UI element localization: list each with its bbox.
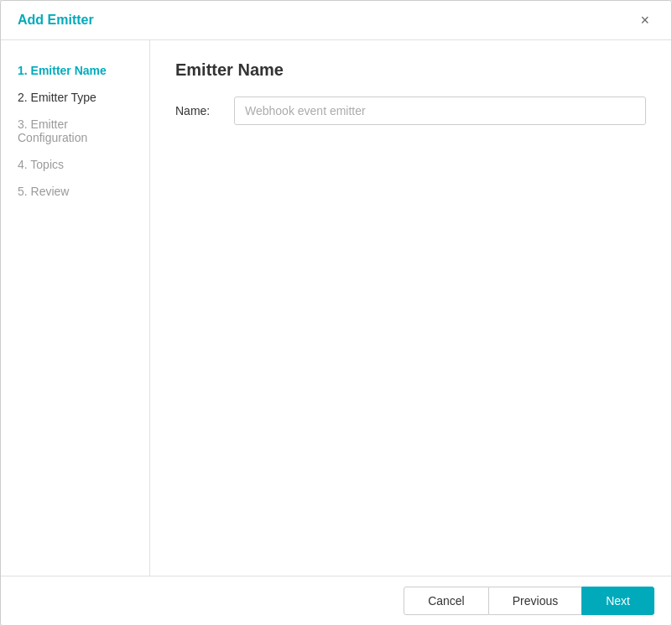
- name-input[interactable]: [234, 97, 646, 125]
- dialog-footer: Cancel Previous Next: [1, 576, 671, 625]
- next-button[interactable]: Next: [581, 587, 654, 615]
- name-label: Name:: [175, 104, 217, 117]
- close-button[interactable]: ×: [635, 11, 654, 29]
- sidebar-item-emitter-configuration: 3. Emitter Configuration: [1, 111, 149, 151]
- form-row: Name:: [175, 97, 646, 125]
- main-content: Emitter Name Name:: [150, 40, 671, 576]
- cancel-button[interactable]: Cancel: [404, 587, 489, 615]
- section-title: Emitter Name: [175, 60, 646, 80]
- dialog-body: 1. Emitter Name 2. Emitter Type 3. Emitt…: [1, 40, 671, 576]
- sidebar-item-review: 5. Review: [1, 178, 149, 205]
- sidebar-item-emitter-name[interactable]: 1. Emitter Name: [1, 57, 149, 84]
- sidebar-item-emitter-type[interactable]: 2. Emitter Type: [1, 84, 149, 111]
- dialog-header: Add Emitter ×: [1, 1, 671, 40]
- sidebar: 1. Emitter Name 2. Emitter Type 3. Emitt…: [1, 40, 150, 576]
- dialog-title: Add Emitter: [18, 13, 94, 28]
- previous-button[interactable]: Previous: [489, 587, 581, 615]
- add-emitter-dialog: Add Emitter × 1. Emitter Name 2. Emitter…: [0, 0, 672, 626]
- sidebar-item-topics: 4. Topics: [1, 151, 149, 178]
